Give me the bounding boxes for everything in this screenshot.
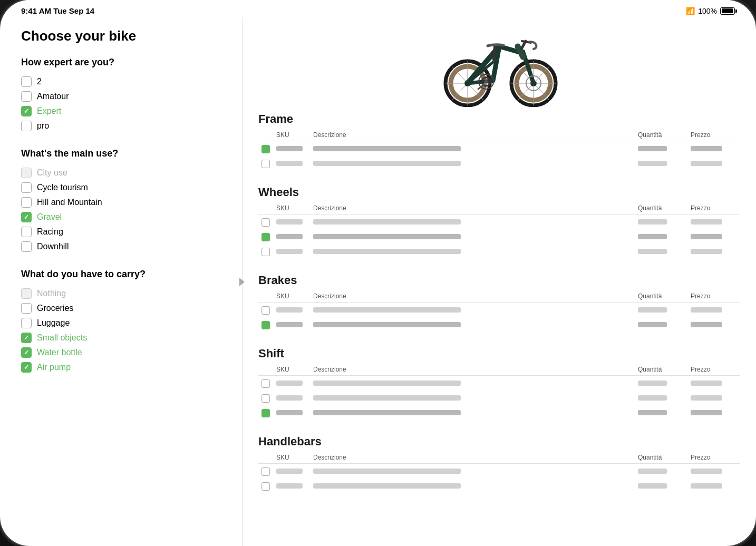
component-table-handlebars: SKUDescrizioneQuantitàPrezzo (258, 452, 740, 493)
option-pro[interactable]: pro (21, 119, 221, 133)
table-row (258, 317, 740, 332)
option-hill[interactable]: Hill and Mountain (21, 195, 221, 210)
checkbox-expert[interactable] (21, 106, 32, 116)
option-2[interactable]: 2 (21, 74, 221, 89)
option-small[interactable]: Small objects (21, 330, 221, 345)
row-select-checkbox[interactable] (261, 306, 270, 315)
option-racing[interactable]: Racing (21, 225, 221, 239)
row-select-checkbox[interactable] (261, 233, 270, 241)
checkbox-amatour[interactable] (21, 91, 32, 102)
option-luggage[interactable]: Luggage (21, 316, 221, 330)
row-select-checkbox[interactable] (261, 379, 270, 388)
svg-line-25 (494, 46, 495, 60)
option-nothing[interactable]: Nothing (21, 286, 221, 301)
checkbox-pro[interactable] (21, 121, 32, 131)
component-title-frame: Frame (258, 112, 740, 126)
sku-skeleton (276, 219, 303, 225)
price-skeleton (691, 161, 722, 166)
navigate-arrow-button[interactable] (232, 272, 251, 291)
row-select-checkbox[interactable] (261, 321, 270, 329)
price-skeleton (691, 234, 722, 239)
desc-skeleton (313, 381, 461, 386)
component-table-shift: SKUDescrizioneQuantitàPrezzo (258, 364, 740, 420)
checkbox-air[interactable] (21, 362, 32, 373)
device-screen: 9:41 AM Tue Sep 14 📶 100% Choose your bi… (0, 0, 756, 546)
price-skeleton (691, 307, 722, 313)
sku-skeleton (276, 483, 303, 489)
component-section-brakes: BrakesSKUDescrizioneQuantitàPrezzo (258, 274, 740, 332)
checkbox-luggage[interactable] (21, 318, 32, 328)
qty-skeleton (638, 322, 667, 327)
option-air[interactable]: Air pump (21, 360, 221, 375)
price-skeleton (691, 322, 722, 327)
option-label-groceries: Groceries (37, 304, 73, 313)
component-table-brakes: SKUDescrizioneQuantitàPrezzo (258, 290, 740, 332)
table-row (258, 405, 740, 420)
th-quantità: Quantità (635, 364, 687, 376)
row-select-checkbox[interactable] (261, 482, 270, 491)
checkbox-city[interactable] (21, 168, 32, 178)
option-label-gravel: Gravel (37, 212, 62, 222)
qty-skeleton (638, 161, 667, 166)
qty-skeleton (638, 410, 667, 415)
option-label-2: 2 (37, 77, 42, 86)
th-descrizione: Descrizione (310, 202, 635, 214)
th-prezzo: Prezzo (687, 364, 740, 376)
row-select-checkbox[interactable] (261, 394, 270, 403)
option-cycle[interactable]: Cycle tourism (21, 180, 221, 195)
checkbox-hill[interactable] (21, 197, 32, 208)
row-select-checkbox[interactable] (261, 145, 270, 153)
table-row (258, 303, 740, 318)
checkbox-water[interactable] (21, 347, 32, 358)
option-label-luggage: Luggage (37, 318, 70, 328)
desc-skeleton (313, 469, 461, 474)
table-row (258, 391, 740, 405)
checkbox-racing[interactable] (21, 227, 32, 237)
battery-fill (722, 8, 733, 13)
option-water[interactable]: Water bottle (21, 345, 221, 360)
option-expert[interactable]: Expert (21, 104, 221, 119)
option-gravel[interactable]: Gravel (21, 210, 221, 225)
th-descrizione: Descrizione (310, 290, 635, 303)
page-title: Choose your bike (21, 28, 221, 44)
checkbox-small[interactable] (21, 333, 32, 343)
checkbox-cycle[interactable] (21, 182, 32, 193)
th-select (258, 202, 273, 214)
checkbox-groceries[interactable] (21, 303, 32, 314)
price-skeleton (691, 381, 722, 386)
battery-icon (720, 7, 735, 15)
option-downhill[interactable]: Downhill (21, 239, 221, 254)
checkbox-downhill[interactable] (21, 241, 32, 252)
option-city[interactable]: City use (21, 165, 221, 180)
qty-skeleton (638, 219, 667, 225)
th-descrizione: Descrizione (310, 364, 635, 376)
th-prezzo: Prezzo (687, 129, 740, 141)
option-label-nothing: Nothing (37, 289, 66, 298)
status-right: 📶 100% (686, 7, 735, 15)
table-row (258, 229, 740, 244)
row-select-checkbox[interactable] (261, 467, 270, 476)
sku-skeleton (276, 410, 303, 415)
desc-skeleton (313, 234, 461, 239)
row-select-checkbox[interactable] (261, 160, 270, 168)
option-amatour[interactable]: Amatour (21, 89, 221, 104)
option-label-hill: Hill and Mountain (37, 198, 102, 207)
th-select (258, 290, 273, 303)
carry-section: What do you have to carry? NothingGrocer… (21, 269, 221, 375)
checkbox-2[interactable] (21, 76, 32, 87)
carry-section-title: What do you have to carry? (21, 269, 221, 280)
sku-skeleton (276, 161, 303, 166)
sku-skeleton (276, 146, 303, 151)
row-select-checkbox[interactable] (261, 218, 270, 227)
th-select (258, 129, 273, 141)
table-row (258, 141, 740, 157)
checkbox-nothing[interactable] (21, 288, 32, 299)
battery-text: 100% (698, 7, 717, 15)
desc-skeleton (313, 322, 461, 327)
th-descrizione: Descrizione (310, 129, 635, 141)
checkbox-gravel[interactable] (21, 212, 32, 222)
row-select-checkbox[interactable] (261, 248, 270, 256)
th-sku: SKU (273, 364, 310, 376)
row-select-checkbox[interactable] (261, 409, 270, 417)
option-groceries[interactable]: Groceries (21, 301, 221, 316)
